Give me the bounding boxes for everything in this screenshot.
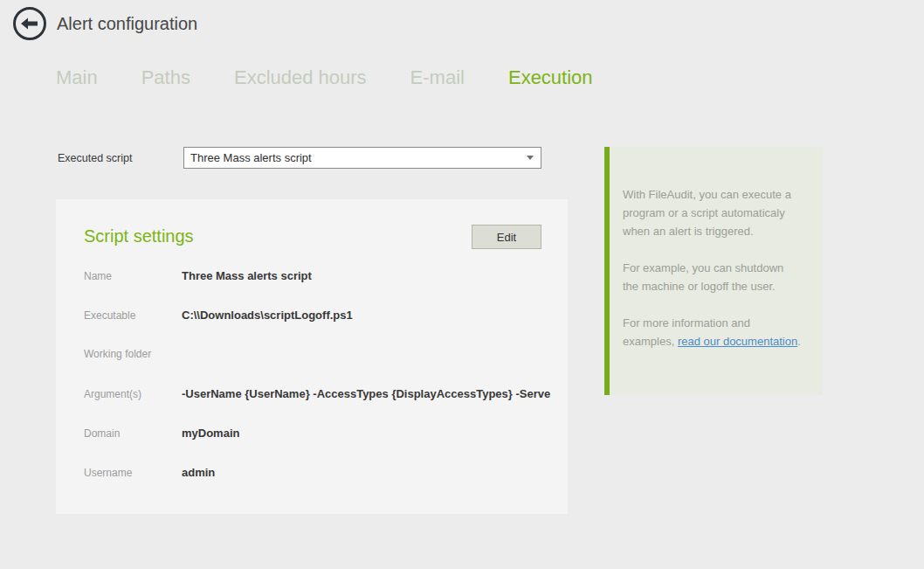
field-row-executable: Executable C:\\Downloads\scriptLogoff.ps… bbox=[84, 309, 568, 348]
back-button[interactable] bbox=[13, 7, 46, 40]
field-label: Name bbox=[84, 270, 182, 282]
alert-configuration-page: Alert configuration Main Paths Excluded … bbox=[0, 0, 924, 569]
field-row-name: Name Three Mass alerts script bbox=[84, 269, 568, 309]
tab-paths[interactable]: Paths bbox=[141, 66, 190, 89]
field-row-domain: Domain myDomain bbox=[84, 427, 568, 466]
field-label: Argument(s) bbox=[84, 388, 182, 400]
tab-execution[interactable]: Execution bbox=[508, 66, 593, 89]
script-settings-title: Script settings bbox=[84, 226, 194, 246]
field-value: myDomain bbox=[182, 427, 568, 440]
tab-bar: Main Paths Excluded hours E-mail Executi… bbox=[56, 66, 593, 89]
field-value: admin bbox=[182, 466, 568, 479]
accent-bar bbox=[604, 147, 610, 395]
field-label: Executable bbox=[84, 309, 182, 322]
executed-script-dropdown[interactable]: Three Mass alerts script bbox=[183, 147, 541, 169]
field-row-username: Username admin bbox=[84, 466, 568, 505]
executed-script-label: Executed script bbox=[58, 152, 132, 164]
tab-main[interactable]: Main bbox=[56, 66, 98, 89]
field-value: Three Mass alerts script bbox=[182, 269, 568, 282]
script-settings-panel: Script settings Edit Name Three Mass ale… bbox=[56, 199, 568, 514]
field-row-arguments: Argument(s) -UserName {UserName} -Access… bbox=[84, 387, 568, 427]
field-row-working-folder: Working folder bbox=[84, 348, 568, 387]
info-paragraph-3-suffix: . bbox=[797, 335, 801, 348]
info-paragraph-1: With FileAudit, you can execute a progra… bbox=[623, 185, 802, 240]
documentation-link[interactable]: read our documentation bbox=[678, 335, 797, 348]
script-settings-fields: Name Three Mass alerts script Executable… bbox=[84, 269, 568, 505]
tab-excluded-hours[interactable]: Excluded hours bbox=[234, 66, 367, 89]
edit-button[interactable]: Edit bbox=[472, 225, 541, 249]
field-value: -UserName {UserName} -AccessTypes {Displ… bbox=[182, 387, 568, 400]
page-title: Alert configuration bbox=[57, 14, 197, 34]
info-text: With FileAudit, you can execute a progra… bbox=[604, 147, 823, 350]
field-value: C:\\Downloads\scriptLogoff.ps1 bbox=[182, 309, 568, 322]
field-label: Domain bbox=[84, 427, 182, 440]
executed-script-value: Three Mass alerts script bbox=[190, 151, 312, 164]
info-paragraph-2: For example, you can shutdown the machin… bbox=[623, 259, 802, 295]
field-label: Working folder bbox=[84, 348, 182, 360]
info-panel: With FileAudit, you can execute a progra… bbox=[604, 147, 823, 395]
chevron-down-icon bbox=[527, 156, 534, 160]
tab-email[interactable]: E-mail bbox=[410, 66, 465, 89]
field-label: Username bbox=[84, 467, 182, 479]
arrow-left-icon bbox=[21, 17, 38, 30]
info-paragraph-3: For more information and examples, read … bbox=[623, 314, 802, 350]
